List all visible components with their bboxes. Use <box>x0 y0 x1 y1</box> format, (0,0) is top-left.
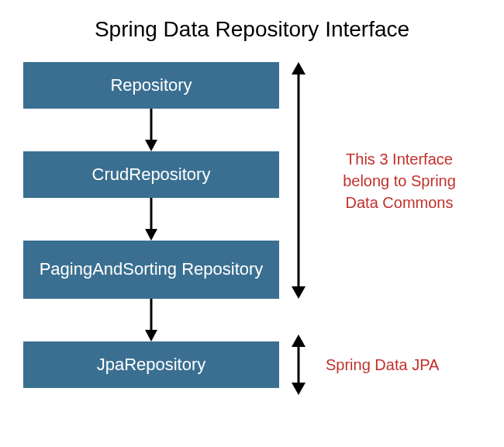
box-jpa-repository: JpaRepository <box>23 341 279 388</box>
box-crud-repository-label: CrudRepository <box>92 164 211 186</box>
box-paging-repository: PagingAndSorting Repository <box>23 241 279 299</box>
annotation-jpa: Spring Data JPA <box>318 341 473 388</box>
arrow-paging-to-jpa <box>143 299 159 341</box>
connector-row <box>23 299 481 341</box>
box-repository-label: Repository <box>110 74 192 97</box>
svg-marker-1 <box>145 140 157 151</box>
double-arrow-icon <box>285 334 312 395</box>
annotation-commons: This 3 Interface belong to Spring Data C… <box>318 62 473 299</box>
svg-marker-6 <box>292 286 306 299</box>
box-jpa-repository-label: JpaRepository <box>97 354 206 376</box>
svg-marker-3 <box>145 229 157 241</box>
annotation-commons-text: This 3 Interface belong to Spring Data C… <box>326 148 473 213</box>
svg-marker-8 <box>145 330 157 341</box>
diagram-title: Spring Data Repository Interface <box>0 17 504 42</box>
boxes-column-commons: Repository CrudRepository PagingAndSorti… <box>23 62 279 299</box>
box-paging-repository-label: PagingAndSorting Repository <box>40 258 264 281</box>
svg-marker-11 <box>292 383 306 395</box>
box-crud-repository: CrudRepository <box>23 151 279 198</box>
boxes-column-jpa: JpaRepository <box>23 341 279 388</box>
arrow-repository-to-crud <box>143 109 159 151</box>
double-arrow-icon <box>285 62 312 299</box>
group-jpa: JpaRepository Spring Data JPA <box>23 341 481 388</box>
arrow-crud-to-paging <box>143 198 159 241</box>
group-commons: Repository CrudRepository PagingAndSorti… <box>23 62 481 299</box>
svg-marker-5 <box>292 62 306 74</box>
diagram-container: Repository CrudRepository PagingAndSorti… <box>23 62 481 388</box>
annotation-jpa-text: Spring Data JPA <box>326 354 439 376</box>
svg-marker-10 <box>292 334 306 347</box>
box-repository: Repository <box>23 62 279 109</box>
